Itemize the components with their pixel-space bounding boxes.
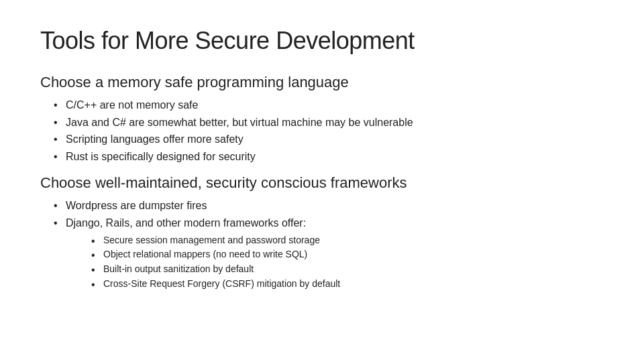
list-item: Object relational mappers (no need to wr… xyxy=(91,247,604,262)
section-memory-safe: Choose a memory safe programming languag… xyxy=(40,74,604,165)
section-frameworks: Choose well-maintained, security conscio… xyxy=(40,174,604,291)
list-item-text: Django, Rails, and other modern framewor… xyxy=(66,217,306,229)
list-item: C/C++ are not memory safe xyxy=(54,97,604,114)
list-item: Wordpress are dumpster fires xyxy=(54,197,604,215)
section2-heading: Choose well-maintained, security conscio… xyxy=(40,174,604,192)
list-item: Django, Rails, and other modern framewor… xyxy=(54,215,604,291)
list-item: Secure session management and password s… xyxy=(91,233,604,248)
list-item: Built-in output sanitization by default xyxy=(91,262,604,277)
slide-title: Tools for More Secure Development xyxy=(40,27,604,55)
list-item: Rust is specifically designed for securi… xyxy=(54,148,604,166)
section2-sub-bullet-list: Secure session management and password s… xyxy=(91,233,604,292)
section1-heading: Choose a memory safe programming languag… xyxy=(40,74,604,91)
section1-bullet-list: C/C++ are not memory safe Java and C# ar… xyxy=(54,97,604,165)
list-item: Scripting languages offer more safety xyxy=(54,131,604,148)
list-item: Java and C# are somewhat better, but vir… xyxy=(54,114,604,131)
section2-bullet-list: Wordpress are dumpster fires Django, Rai… xyxy=(54,197,604,291)
list-item: Cross-Site Request Forgery (CSRF) mitiga… xyxy=(91,277,604,292)
